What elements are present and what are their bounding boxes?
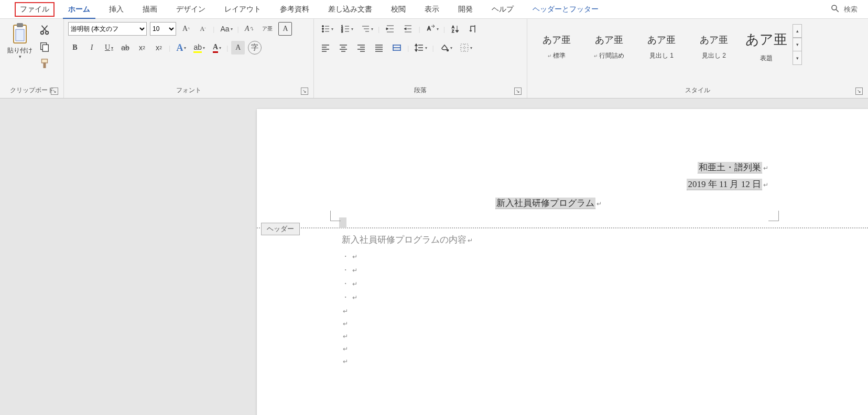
svg-marker-29 — [386, 28, 388, 30]
tab-home[interactable]: ホーム — [63, 2, 95, 17]
style-no-spacing[interactable]: あア亜 ↵行間詰め — [584, 24, 634, 69]
phonetic-guide-button[interactable]: ア亜 — [259, 22, 275, 36]
format-painter-icon[interactable] — [39, 58, 50, 69]
enclose-characters-button[interactable]: A — [278, 22, 292, 36]
svg-rect-12 — [44, 63, 46, 68]
decrease-indent-button[interactable] — [383, 22, 397, 36]
copy-icon[interactable] — [39, 41, 50, 52]
subscript-button[interactable]: x2 — [135, 41, 149, 54]
tab-references[interactable]: 参考資料 — [275, 2, 314, 17]
group-styles: あア亜 ↵標準 あア亜 ↵行間詰め あア亜 見出し 1 あア亜 見出し 2 あア… — [527, 19, 868, 98]
grow-font-button[interactable]: A^ — [179, 22, 193, 36]
empty-3: ↵ — [342, 332, 868, 340]
styles-expand[interactable]: ▾ — [793, 51, 802, 65]
styles-dialog-launcher[interactable]: ↘ — [855, 88, 863, 95]
change-case-button[interactable]: Aa — [218, 22, 234, 36]
align-right-button[interactable] — [354, 41, 368, 54]
tab-header-footer[interactable]: ヘッダーとフッター — [527, 2, 604, 17]
tab-draw[interactable]: 描画 — [137, 2, 162, 17]
bullet-2: ・ ↵ — [342, 266, 868, 275]
header-line3[interactable]: 新入社員研修プログラム — [495, 198, 595, 209]
tab-help[interactable]: ヘルプ — [486, 2, 519, 17]
tab-design[interactable]: デザイン — [171, 2, 211, 17]
search-block[interactable]: 検索 — [830, 4, 858, 15]
multilevel-list-button[interactable] — [358, 22, 375, 36]
bullet-3: ・ ↵ — [342, 279, 868, 289]
style-title[interactable]: あア亜 表題 — [741, 24, 791, 69]
svg-rect-4 — [16, 29, 24, 41]
clear-formatting-button[interactable]: A⭛ — [242, 22, 257, 36]
style-normal[interactable]: あア亜 ↵標準 — [531, 24, 582, 69]
svg-point-5 — [41, 31, 44, 35]
line-spacing-button[interactable] — [412, 41, 429, 54]
svg-rect-10 — [42, 45, 48, 51]
show-marks-button[interactable] — [466, 22, 481, 36]
style-heading1[interactable]: あア亜 見出し 1 — [636, 24, 687, 69]
paste-dropdown-icon[interactable]: ▾ — [19, 54, 21, 59]
align-left-button[interactable] — [318, 41, 333, 54]
tab-layout[interactable]: レイアウト — [219, 2, 266, 17]
svg-text:A: A — [452, 25, 454, 29]
align-center-button[interactable] — [336, 41, 351, 54]
tab-mailings[interactable]: 差し込み文書 — [323, 2, 377, 17]
svg-point-68 — [447, 50, 448, 51]
svg-text:3: 3 — [341, 30, 343, 33]
increase-indent-button[interactable] — [400, 22, 415, 36]
svg-marker-67 — [415, 50, 417, 51]
body-zone[interactable]: 新入社員研修プログラムの内容↵ ・ ↵ ・ ↵ ・ ↵ ・ ↵ ↵ ↵ ↵ ↵ … — [257, 228, 868, 365]
empty-1: ↵ — [342, 307, 868, 315]
character-shading-button[interactable]: A — [231, 41, 245, 54]
font-dialog-launcher[interactable]: ↘ — [301, 88, 308, 95]
tab-review[interactable]: 校閲 — [386, 2, 411, 17]
page[interactable]: 和亜土・譜列巣↵ 2019 年 11 月 12 日↵ 新入社員研修プログラム↵ … — [257, 109, 868, 415]
svg-line-8 — [42, 26, 47, 31]
justify-button[interactable] — [372, 41, 386, 54]
paste-icon[interactable] — [11, 22, 29, 45]
header-line2[interactable]: 2019 年 11 月 12 日 — [687, 179, 762, 190]
distribute-button[interactable] — [389, 41, 404, 54]
font-name-select[interactable]: 游明朝 (本文のフ — [68, 22, 147, 36]
group-paragraph: 123 | | A | AZ | — [314, 19, 527, 98]
borders-button[interactable] — [457, 41, 474, 54]
shading-button[interactable] — [437, 41, 454, 54]
body-heading: 新入社員研修プログラムの内容 — [342, 235, 466, 245]
font-color-button[interactable]: A — [210, 41, 223, 54]
tab-insert[interactable]: 挿入 — [104, 2, 129, 17]
svg-point-13 — [322, 26, 324, 27]
bold-button[interactable]: B — [68, 41, 82, 54]
styles-scroll-down[interactable]: ▾ — [793, 38, 802, 51]
tab-view[interactable]: 表示 — [419, 2, 444, 17]
highlight-button[interactable]: ab — [191, 41, 207, 54]
strikethrough-button[interactable]: ab — [118, 41, 132, 54]
style-heading2[interactable]: あア亜 見出し 2 — [689, 24, 739, 69]
svg-marker-40 — [455, 30, 459, 32]
svg-rect-69 — [461, 44, 468, 51]
document-area[interactable]: 和亜土・譜列巣↵ 2019 年 11 月 12 日↵ 新入社員研修プログラム↵ … — [0, 99, 868, 415]
svg-line-7 — [42, 26, 47, 31]
header-zone[interactable]: 和亜土・譜列巣↵ 2019 年 11 月 12 日↵ 新入社員研修プログラム↵ … — [257, 109, 868, 228]
tab-file[interactable]: ファイル — [15, 2, 55, 17]
margin-corner-br — [768, 211, 779, 221]
bullet-1: ・ ↵ — [342, 252, 868, 261]
header-line1[interactable]: 和亜土・譜列巣 — [698, 162, 762, 173]
text-effects-button[interactable]: A — [173, 41, 188, 54]
sort-button[interactable]: AZ — [448, 22, 463, 36]
paragraph-dialog-launcher[interactable]: ↘ — [514, 88, 522, 95]
svg-point-6 — [46, 31, 49, 35]
svg-point-0 — [832, 5, 837, 10]
paragraph-group-label: 段落 — [414, 86, 427, 94]
shrink-font-button[interactable]: Aˇ — [196, 22, 210, 36]
styles-scroll-up[interactable]: ▴ — [793, 24, 802, 38]
bullets-button[interactable] — [318, 22, 335, 36]
empty-4: ↵ — [342, 344, 868, 353]
superscript-button[interactable]: x2 — [152, 41, 166, 54]
font-size-select[interactable]: 10 — [150, 22, 176, 36]
underline-button[interactable]: U — [102, 41, 115, 54]
numbering-button[interactable]: 123 — [338, 22, 355, 36]
enclose-char-button[interactable]: 字 — [248, 41, 262, 54]
cut-icon[interactable] — [39, 24, 50, 36]
italic-button[interactable]: I — [85, 41, 99, 54]
tab-developer[interactable]: 開発 — [453, 2, 478, 17]
text-direction-button[interactable]: A — [424, 22, 440, 36]
clipboard-dialog-launcher[interactable]: ↘ — [51, 88, 58, 95]
